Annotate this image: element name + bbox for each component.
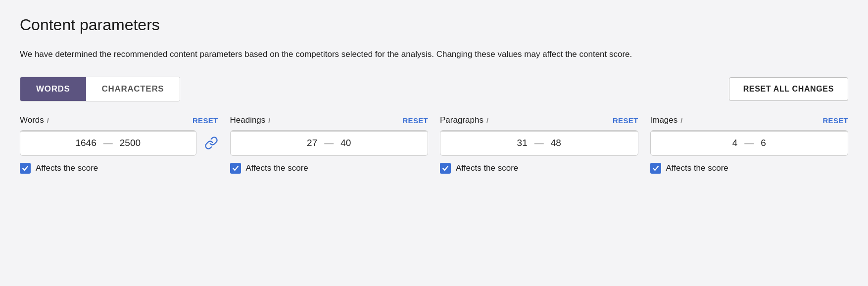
param-block-paragraphs: Paragraphs i RESET 31 — 48 Affects the s… [440, 115, 638, 174]
reset-link-paragraphs[interactable]: RESET [613, 116, 638, 125]
affects-label-images: Affects the score [666, 163, 728, 173]
tab-characters[interactable]: CHARACTERS [86, 77, 180, 101]
param-block-images: Images i RESET 4 — 6 Affects the score [650, 115, 849, 174]
words-dash: — [103, 138, 113, 148]
affects-checkbox-paragraphs[interactable] [440, 163, 451, 174]
paragraphs-range-input[interactable]: 31 — 48 [440, 130, 638, 156]
tab-words[interactable]: WORDS [20, 77, 86, 101]
images-min-value: 4 [732, 138, 738, 148]
headings-max-value: 40 [340, 138, 351, 148]
reset-link-images[interactable]: RESET [822, 116, 848, 125]
affects-row-words: Affects the score [20, 163, 218, 174]
param-header-images: Images i RESET [650, 115, 849, 125]
affects-checkbox-images[interactable] [650, 163, 661, 174]
param-label-group-paragraphs: Paragraphs i [440, 115, 488, 125]
param-block-headings: Headings i RESET 27 — 40 Affects the sco… [230, 115, 429, 174]
info-icon-words[interactable]: i [47, 117, 49, 124]
page-title: Content parameters [20, 16, 848, 34]
param-label-words: Words [20, 115, 44, 125]
info-icon-images[interactable]: i [680, 117, 682, 124]
words-range-input[interactable]: 1646 — 2500 [20, 130, 196, 156]
param-header-headings: Headings i RESET [230, 115, 429, 125]
headings-range-input[interactable]: 27 — 40 [230, 130, 429, 156]
affects-checkbox-words[interactable] [20, 163, 31, 174]
reset-all-button[interactable]: RESET ALL CHANGES [729, 77, 848, 101]
param-label-group-images: Images i [650, 115, 682, 125]
page-description: We have determined the recommended conte… [20, 48, 663, 61]
affects-row-images: Affects the score [650, 163, 849, 174]
info-icon-headings[interactable]: i [268, 117, 270, 124]
param-label-images: Images [650, 115, 678, 125]
param-block-words: Words i RESET 1646 — 2500 [20, 115, 218, 174]
affects-label-words: Affects the score [36, 163, 98, 173]
controls-row: WORDS CHARACTERS RESET ALL CHANGES [20, 77, 848, 101]
headings-dash: — [324, 138, 334, 148]
affects-label-paragraphs: Affects the score [456, 163, 518, 173]
paragraphs-min-value: 31 [517, 138, 528, 148]
paragraphs-dash: — [534, 138, 544, 148]
parameters-grid: Words i RESET 1646 — 2500 [20, 115, 848, 174]
reset-link-headings[interactable]: RESET [402, 116, 428, 125]
tab-group: WORDS CHARACTERS [20, 77, 180, 101]
info-icon-paragraphs[interactable]: i [486, 117, 488, 124]
words-max-value: 2500 [120, 138, 141, 148]
headings-min-value: 27 [307, 138, 317, 148]
param-header-words: Words i RESET [20, 115, 218, 125]
affects-row-paragraphs: Affects the score [440, 163, 638, 174]
words-min-value: 1646 [75, 138, 96, 148]
affects-label-headings: Affects the score [246, 163, 308, 173]
affects-row-headings: Affects the score [230, 163, 429, 174]
reset-link-words[interactable]: RESET [193, 116, 218, 125]
param-label-headings: Headings [230, 115, 266, 125]
paragraphs-max-value: 48 [551, 138, 561, 148]
link-icon-words[interactable] [204, 136, 218, 150]
param-header-paragraphs: Paragraphs i RESET [440, 115, 638, 125]
images-max-value: 6 [761, 138, 766, 148]
images-dash: — [744, 138, 754, 148]
param-label-paragraphs: Paragraphs [440, 115, 483, 125]
param-label-group-headings: Headings i [230, 115, 270, 125]
images-range-input[interactable]: 4 — 6 [650, 130, 849, 156]
affects-checkbox-headings[interactable] [230, 163, 241, 174]
param-label-group-words: Words i [20, 115, 48, 125]
words-row: 1646 — 2500 [20, 130, 218, 156]
